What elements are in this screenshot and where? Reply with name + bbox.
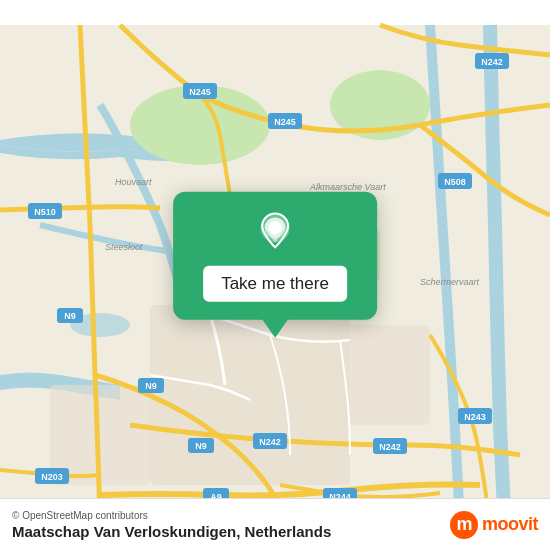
moovit-logo-text: moovit [482,514,538,535]
svg-text:N203: N203 [41,472,63,482]
svg-text:N9: N9 [64,311,76,321]
svg-text:Schermervaart: Schermervaart [420,277,480,287]
svg-text:N243: N243 [464,412,486,422]
popup-card: Take me there [173,192,377,320]
svg-text:N245: N245 [274,117,296,127]
svg-text:N9: N9 [195,441,207,451]
svg-text:Alkmaarsche Vaart: Alkmaarsche Vaart [309,182,386,192]
location-name: Maatschap Van Verloskundigen, Netherland… [12,523,331,540]
svg-text:Houvaart: Houvaart [115,177,152,187]
moovit-logo: m moovit [450,511,538,539]
svg-rect-5 [150,305,350,485]
moovit-logo-icon: m [450,511,478,539]
svg-text:N9: N9 [145,381,157,391]
map-attribution: © OpenStreetMap contributors [12,510,331,521]
svg-text:N245: N245 [189,87,211,97]
svg-text:N242: N242 [379,442,401,452]
svg-text:N242: N242 [259,437,281,447]
take-me-there-button[interactable]: Take me there [203,266,347,302]
svg-text:Steesloot: Steesloot [105,242,143,252]
svg-text:N242: N242 [481,57,503,67]
svg-point-44 [269,221,280,232]
map-container: N510 N9 N9 N9 N245 N245 N242 N508 N242 N… [0,0,550,550]
bottom-bar: © OpenStreetMap contributors Maatschap V… [0,498,550,550]
svg-text:N510: N510 [34,207,56,217]
bottom-left: © OpenStreetMap contributors Maatschap V… [12,510,331,540]
svg-text:N508: N508 [444,177,466,187]
location-pin-icon [254,212,296,254]
